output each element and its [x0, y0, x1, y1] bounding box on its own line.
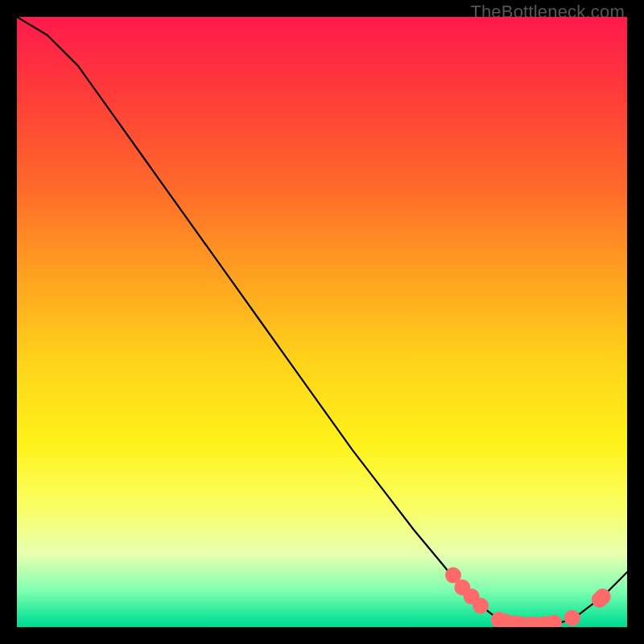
marker-group: [445, 568, 611, 627]
marker-point: [473, 597, 489, 613]
chart-svg: [17, 17, 627, 627]
marker-point: [546, 615, 562, 627]
curve-path-group: [17, 17, 627, 625]
chart-container: TheBottleneck.com: [0, 0, 644, 644]
plot-area: [17, 17, 627, 627]
marker-point: [564, 610, 580, 626]
curve-path: [17, 17, 627, 625]
marker-point: [595, 588, 611, 605]
